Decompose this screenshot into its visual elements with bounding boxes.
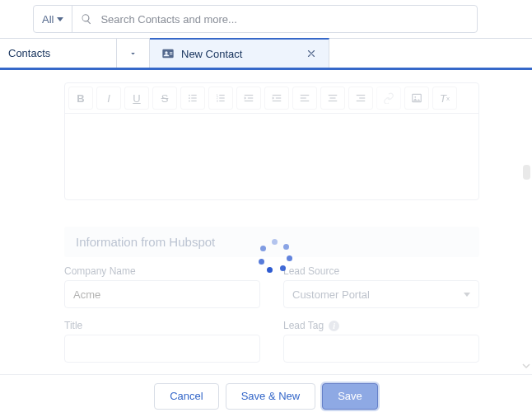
rich-text-editor: B I U S 123 Tx — [64, 82, 479, 200]
field-lead-tag: Lead Tag i — [283, 320, 479, 363]
search-scope-dropdown[interactable]: All — [34, 6, 72, 32]
svg-rect-1 — [191, 95, 196, 96]
svg-rect-3 — [191, 97, 196, 98]
rte-bullet-list-button[interactable] — [180, 87, 205, 110]
rte-outdent-button[interactable] — [236, 87, 261, 110]
save-and-new-button[interactable]: Save & New — [226, 383, 316, 410]
global-header: All — [0, 0, 532, 38]
rte-toolbar: B I U S 123 Tx — [65, 83, 478, 114]
rte-underline-button[interactable]: U — [124, 87, 149, 110]
rte-image-button[interactable] — [404, 87, 429, 110]
rte-align-center-button[interactable] — [320, 87, 345, 110]
lead-source-value: Customer Portal — [292, 288, 370, 301]
chevron-down-icon — [128, 48, 138, 59]
tab-label: Contacts — [8, 47, 50, 59]
svg-point-0 — [189, 95, 190, 96]
modal-footer: Cancel Save & New Save — [0, 374, 532, 417]
form-content: B I U S 123 Tx Information from Hubspot … — [0, 73, 520, 371]
svg-rect-17 — [273, 101, 282, 101]
tab-nav-dropdown[interactable] — [117, 39, 150, 68]
search-input[interactable] — [100, 13, 477, 26]
svg-rect-23 — [329, 101, 338, 101]
svg-rect-20 — [301, 101, 310, 101]
chevron-down-icon — [57, 17, 63, 21]
section-header-hubspot: Information from Hubspot — [64, 227, 479, 257]
contact-card-icon — [161, 47, 175, 60]
scrollbar-thumb[interactable] — [523, 165, 530, 180]
svg-rect-16 — [276, 97, 281, 98]
rte-link-button[interactable] — [376, 87, 401, 110]
field-lead-source: Lead Source Customer Portal — [283, 265, 479, 308]
save-button[interactable]: Save — [322, 383, 378, 410]
svg-rect-11 — [219, 101, 224, 101]
rte-textarea[interactable] — [65, 114, 478, 199]
company-name-label: Company Name — [64, 265, 260, 277]
svg-point-4 — [189, 101, 190, 102]
search-icon — [81, 13, 92, 25]
global-search[interactable]: All — [33, 5, 478, 33]
svg-point-2 — [189, 97, 190, 99]
title-input[interactable] — [64, 335, 260, 363]
company-name-input[interactable] — [64, 280, 260, 308]
field-title: Title — [64, 320, 260, 363]
svg-rect-22 — [330, 97, 336, 98]
cancel-button[interactable]: Cancel — [154, 383, 218, 410]
svg-point-28 — [414, 96, 416, 98]
tab-label: New Contact — [181, 48, 242, 60]
svg-rect-21 — [329, 95, 338, 96]
rte-align-left-button[interactable] — [292, 87, 317, 110]
lead-tag-input[interactable] — [283, 335, 479, 363]
svg-rect-13 — [248, 97, 253, 98]
info-icon[interactable]: i — [329, 321, 339, 331]
hubspot-form: Company Name Title Lead Source Customer … — [64, 265, 479, 363]
close-icon[interactable] — [306, 48, 317, 59]
rte-clear-format-button[interactable]: Tx — [432, 87, 457, 110]
scrollbar[interactable] — [520, 76, 532, 371]
section-title: Information from Hubspot — [76, 235, 215, 249]
svg-rect-15 — [273, 95, 282, 96]
workspace-tabs: Contacts New Contact — [0, 39, 532, 70]
svg-rect-7 — [219, 95, 224, 96]
rte-indent-button[interactable] — [264, 87, 289, 110]
svg-rect-12 — [245, 95, 254, 96]
scrollbar-down-arrow[interactable] — [521, 361, 531, 371]
search-scope-label: All — [42, 13, 54, 26]
svg-rect-14 — [245, 101, 254, 101]
title-label: Title — [64, 320, 260, 331]
tab-new-contact[interactable]: New Contact — [150, 38, 329, 68]
svg-rect-24 — [357, 95, 366, 96]
lead-tag-label: Lead Tag — [283, 320, 324, 331]
rte-align-right-button[interactable] — [348, 87, 373, 110]
svg-rect-25 — [359, 97, 365, 98]
rte-strike-button[interactable]: S — [152, 87, 177, 110]
rte-number-list-button[interactable]: 123 — [208, 87, 233, 110]
lead-source-select[interactable]: Customer Portal — [283, 280, 479, 308]
rte-italic-button[interactable]: I — [96, 87, 121, 110]
svg-text:3: 3 — [217, 100, 218, 103]
svg-rect-5 — [191, 101, 196, 101]
rte-bold-button[interactable]: B — [68, 87, 93, 110]
svg-rect-18 — [301, 95, 310, 96]
svg-rect-26 — [357, 101, 366, 101]
tab-contacts[interactable]: Contacts — [0, 39, 117, 68]
svg-rect-19 — [301, 97, 306, 98]
field-company-name: Company Name — [64, 265, 260, 308]
chevron-down-icon — [464, 293, 470, 297]
svg-rect-9 — [219, 97, 224, 98]
lead-source-label: Lead Source — [283, 265, 479, 277]
